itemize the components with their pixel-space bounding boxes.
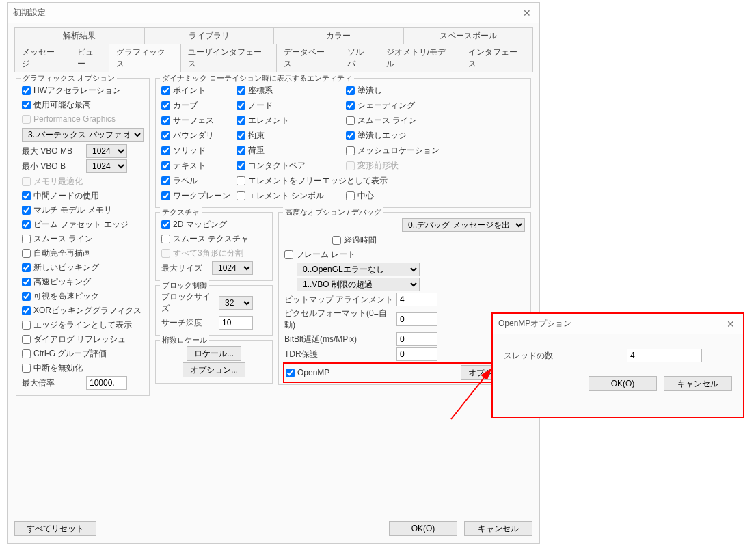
chk-elapsed[interactable]: 経過時間 xyxy=(332,233,525,247)
input-maxmag[interactable] xyxy=(86,376,127,390)
legend-texture: テクスチャ xyxy=(160,207,202,217)
cancel-button[interactable]: キャンセル xyxy=(464,521,532,536)
chk-label[interactable]: ラベル xyxy=(161,174,237,187)
tab-ui[interactable]: ユーザインタフェース xyxy=(180,44,278,72)
chk-surface[interactable]: サーフェス xyxy=(161,114,237,127)
chk-contact[interactable]: コンタクトペア xyxy=(237,159,346,172)
ok-button[interactable]: OK(O) xyxy=(389,521,457,536)
legend-block: ブロック制御 xyxy=(160,280,209,291)
close-icon[interactable]: ✕ xyxy=(520,8,534,18)
legend-locale: 桁数ロケール xyxy=(160,335,209,345)
input-threads[interactable] xyxy=(627,349,702,362)
select-max-vbo[interactable]: 1024 xyxy=(86,144,127,158)
locale-button[interactable]: ロケール... xyxy=(187,346,241,361)
chk-solid[interactable]: ソリッド xyxy=(161,144,237,157)
chk-node[interactable]: ノード xyxy=(237,98,346,112)
chk-xorpick[interactable]: XORピッキンググラフィクス xyxy=(22,304,144,317)
main-window: 初期設定 ✕ 解析結果 ライブラリ カラー スペースボール メッセージ ビュー … xyxy=(7,2,540,544)
chk-smoothline2[interactable]: スムース ライン xyxy=(346,114,448,127)
input-bitblt[interactable] xyxy=(396,332,437,346)
input-searchdepth[interactable] xyxy=(219,316,253,330)
chk-filledge[interactable]: 塗潰しエッジ xyxy=(346,129,448,142)
select-vertex-buffer[interactable]: 3..バーテックス バッファ オ xyxy=(22,128,144,142)
tabrow-2: メッセージ ビュー グラフィックス ユーザインタフェース データベース ソルバ … xyxy=(14,43,532,72)
lbl-pixfmt: ピクセルフォーマット(0=自動) xyxy=(284,308,394,331)
lbl-threads: スレッドの数 xyxy=(504,350,613,362)
select-vbolim[interactable]: 1..VBO 制限の超過 xyxy=(297,278,420,291)
group-block: ブロック制御 ブロックサイズ32 サーチ深度 xyxy=(155,285,273,336)
tab-library[interactable]: ライブラリ xyxy=(144,27,275,44)
chk-smoothline[interactable]: スムース ライン xyxy=(22,232,144,245)
lbl-searchdepth: サーチ深度 xyxy=(161,317,216,329)
omp-titlebar: OpenMPオプション ✕ xyxy=(493,314,743,334)
input-bmp-align[interactable] xyxy=(396,293,437,306)
omp-cancel-button[interactable]: キャンセル xyxy=(664,376,732,391)
select-texmax[interactable]: 1024 xyxy=(212,261,253,275)
tab-analysis-result[interactable]: 解析結果 xyxy=(14,27,145,44)
lbl-maxmag: 最大倍率 xyxy=(22,377,83,389)
chk-ctrlg[interactable]: Ctrl-G グループ評価 xyxy=(22,347,144,360)
omp-title: OpenMPオプション xyxy=(498,318,571,330)
chk-beam-facet[interactable]: ビーム ファセット エッジ xyxy=(22,217,144,231)
chk-curve[interactable]: カーブ xyxy=(161,98,237,112)
tab-solver[interactable]: ソルバ xyxy=(340,44,379,72)
chk-dlgrefresh[interactable]: ダイアログ リフレッシュ xyxy=(22,332,144,346)
tab-graphics[interactable]: グラフィックス xyxy=(109,44,181,72)
chk-edgeline[interactable]: エッジをラインとして表示 xyxy=(22,318,144,332)
lbl-bmp-align: ビットマップ アラインメント xyxy=(284,294,394,306)
input-tdr[interactable] xyxy=(396,347,437,361)
chk-openmp[interactable]: OpenMP xyxy=(286,366,458,379)
chk-shading[interactable]: シェーディング xyxy=(346,98,448,112)
chk-midnode[interactable]: 中間ノードの使用 xyxy=(22,189,144,202)
chk-fastpick[interactable]: 高速ピッキング xyxy=(22,275,144,289)
chk-noint[interactable]: 中断を無効化 xyxy=(22,361,144,375)
chk-freeedge[interactable]: エレメントをフリーエッジとして表示 xyxy=(237,174,448,187)
tab-view[interactable]: ビュー xyxy=(70,44,109,72)
chk-center[interactable]: 中心 xyxy=(346,189,448,202)
group-dynamic-entities: ダイナミック ローテイション時に表示するエンティティ ポイント 座標系 塗潰し … xyxy=(155,78,531,208)
select-blocksize[interactable]: 32 xyxy=(219,296,253,310)
chk-element[interactable]: エレメント xyxy=(237,114,346,127)
chk-csys[interactable]: 座標系 xyxy=(237,83,346,97)
reset-all-button[interactable]: すべてリセット xyxy=(14,521,96,536)
chk-point[interactable]: ポイント xyxy=(161,83,237,97)
chk-best-avail[interactable]: 使用可能な最高 xyxy=(22,98,144,111)
chk-hw-accel[interactable]: HWアクセラレーション xyxy=(22,83,144,97)
openmp-dialog: OpenMPオプション ✕ スレッドの数 OK(O) キャンセル xyxy=(491,312,744,418)
legend-gfx-options: グラフィックス オプション xyxy=(21,73,117,83)
tab-message[interactable]: メッセージ xyxy=(14,44,70,72)
chk-vispick[interactable]: 可視を高速ピック xyxy=(22,289,144,303)
chk-multimodel[interactable]: マルチ モデル メモリ xyxy=(22,203,144,217)
locale-option-button[interactable]: オプション... xyxy=(183,362,245,377)
omp-close-icon[interactable]: ✕ xyxy=(724,319,738,330)
chk-elemsymbol[interactable]: エレメント シンボル xyxy=(237,189,346,202)
chk-newpick[interactable]: 新しいピッキング xyxy=(22,261,144,274)
tab-interface[interactable]: インタフェース xyxy=(461,44,533,72)
chk-memopt: メモリ最適化 xyxy=(22,174,144,188)
footer-buttons: すべてリセット OK(O) キャンセル xyxy=(14,521,532,536)
chk-constraint[interactable]: 拘束 xyxy=(237,129,346,142)
tab-geom[interactable]: ジオメトリ/モデル xyxy=(379,44,461,72)
chk-autoredraw[interactable]: 自動完全再描画 xyxy=(22,246,144,260)
chk-workplane[interactable]: ワークプレーン xyxy=(161,189,237,202)
select-oglerr[interactable]: 0..OpenGLエラーなし xyxy=(297,263,420,276)
select-debugmsg[interactable]: 0..デバッグ メッセージを出力し xyxy=(402,218,525,232)
chk-2dmap[interactable]: 2D マッピング xyxy=(161,217,267,231)
tab-database[interactable]: データベース xyxy=(276,44,340,72)
input-pixfmt[interactable] xyxy=(396,312,437,326)
chk-load[interactable]: 荷重 xyxy=(237,144,346,157)
chk-fill[interactable]: 塗潰し xyxy=(346,83,448,97)
tab-spaceball[interactable]: スペースボール xyxy=(403,27,534,44)
content: 解析結果 ライブラリ カラー スペースボール メッセージ ビュー グラフィックス… xyxy=(8,23,539,404)
window-title: 初期設定 xyxy=(13,7,46,18)
select-min-vbo[interactable]: 1024 xyxy=(86,159,127,173)
group-gfx-options: グラフィックス オプション HWアクセラレーション 使用可能な最高 Perfor… xyxy=(16,78,150,396)
chk-meshloc[interactable]: メッシュロケーション xyxy=(346,144,448,157)
chk-text[interactable]: テキスト xyxy=(161,159,237,172)
chk-framerate[interactable]: フレーム レート xyxy=(284,248,525,261)
titlebar: 初期設定 ✕ xyxy=(8,3,539,23)
omp-ok-button[interactable]: OK(O) xyxy=(589,376,657,391)
chk-smoothtex[interactable]: スムース テクスチャ xyxy=(161,232,267,245)
chk-boundary[interactable]: バウンダリ xyxy=(161,129,237,142)
tab-color[interactable]: カラー xyxy=(273,27,404,44)
